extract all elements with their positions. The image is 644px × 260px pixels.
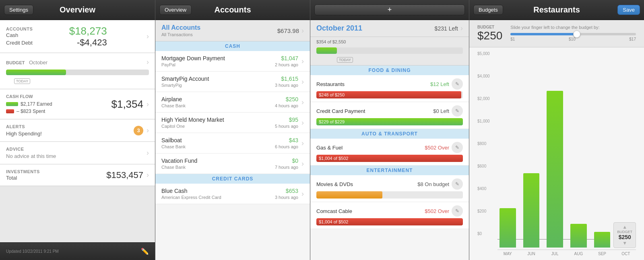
account-sub: Chase Bank <box>161 144 186 149</box>
budget-item-fill: $1,004 of $502 <box>316 218 463 225</box>
budget-down-arrow[interactable]: ▼ <box>622 240 627 246</box>
budget-bar-text: $1,004 of $502 <box>319 156 348 161</box>
budget-item-fill <box>316 191 382 199</box>
budget-item-bar: $248 of $250 <box>316 91 463 98</box>
all-accounts-item[interactable]: All Accounts All Transactions $673.98 › <box>155 20 310 41</box>
account-amount: $1,615 <box>275 76 298 82</box>
account-time: 6 hours ago <box>275 144 298 149</box>
investments-section[interactable]: INVESTMENTS Total $153,457 › <box>0 164 155 186</box>
today-marker: TODAY <box>14 78 30 84</box>
budget-indicator-amount: $250 <box>619 234 631 240</box>
account-time: 2 hours ago <box>275 62 298 67</box>
account-item-cash-1[interactable]: SmartyPig Account SmartyPig $1,615 3 hou… <box>155 72 310 92</box>
edit-budget-icon[interactable]: ✎ <box>452 142 463 153</box>
edit-budget-icon[interactable]: ✎ <box>452 205 463 217</box>
slider-instruction: Slide your finger left to change the bud… <box>510 25 636 30</box>
overview-title: Overview <box>60 5 95 14</box>
chart-canvas <box>497 51 636 250</box>
y-label-4000: $4,000 <box>477 74 490 78</box>
account-amount: $43 <box>275 137 298 143</box>
alerts-section[interactable]: ALERTS High Spending! 3 › <box>0 119 155 142</box>
settings-button[interactable]: Settings <box>4 5 33 15</box>
accounts-overview-button[interactable]: Overview <box>159 5 192 15</box>
account-amount: $653 <box>275 188 298 194</box>
budget-indicator-label: BUDGET <box>617 230 632 234</box>
budgets-content: October 2011 $231 Left › $354 of $2,550 … <box>310 20 469 260</box>
bar-fill-sep <box>594 232 611 248</box>
cashflow-spent-bar <box>6 109 14 113</box>
budget-bar-text: $229 of $229 <box>319 119 345 124</box>
slider-fill <box>510 33 579 35</box>
account-item-cash-3[interactable]: High Yield Money Market Capitol One $95 … <box>155 113 310 133</box>
x-label-aug: AUG <box>568 252 589 256</box>
chart-bar-jul <box>545 51 565 248</box>
account-time: 4 hours ago <box>275 103 298 108</box>
budget-item-status: $502 Over <box>425 145 449 151</box>
account-item-cash-5[interactable]: Vacation Fund Chase Bank $0 7 hours ago … <box>155 154 310 174</box>
edit-budget-icon[interactable]: ✎ <box>452 105 463 117</box>
accounts-section: ACCOUNTS Cash Credit Debt $18,273 -$4,42… <box>0 20 155 53</box>
account-time: 3 hours ago <box>275 83 298 88</box>
credit-amount: -$4,423 <box>69 37 107 48</box>
panel-budgets: Overview Budgets + October 2011 $231 Lef… <box>310 0 469 260</box>
account-item-credit-0[interactable]: Blue Cash American Express Credit Card $… <box>155 184 310 204</box>
account-arrow-icon: › <box>301 190 304 198</box>
bottom-bar-timestamp: Updated 10/22/2011 9:21 PM <box>6 249 59 254</box>
cash-section-divider: CASH <box>155 41 310 51</box>
budget-item-0: Movies & DVDs $8 On budget ✎ <box>310 175 469 202</box>
budget-progress-bar <box>6 70 149 75</box>
cashflow-arrow-icon: › <box>147 100 149 109</box>
account-item-cash-2[interactable]: Airplane Chase Bank $250 4 hours ago › <box>155 92 310 113</box>
budget-up-arrow[interactable]: ▲ <box>622 224 627 230</box>
alerts-badge: 3 <box>134 126 143 135</box>
account-arrow-icon: › <box>301 139 304 147</box>
account-name: SmartyPig Account <box>161 76 209 82</box>
account-arrow-icon: › <box>301 57 304 66</box>
edit-icon[interactable]: ✏️ <box>141 248 149 255</box>
budget-oct-header: October 2011 $231 Left › <box>310 20 469 37</box>
restaurants-content: BUDGET $250 Slide your finger left to ch… <box>469 20 644 260</box>
budget-item-name: Movies & DVDs <box>316 181 353 187</box>
y-label-200: $200 <box>477 209 490 213</box>
x-label-jun: JUN <box>521 252 542 256</box>
chart-bar-sep <box>592 51 613 248</box>
entertainment-items-list: Movies & DVDs $8 On budget ✎ Comcast Cab… <box>310 175 469 229</box>
account-amount: $0 <box>275 158 298 164</box>
account-name: Airplane <box>161 96 186 102</box>
save-button[interactable]: Save <box>617 5 640 15</box>
add-budget-button[interactable]: + <box>314 4 465 15</box>
edit-budget-icon[interactable]: ✎ <box>452 78 463 90</box>
advice-arrow-icon: › <box>147 149 149 157</box>
chart-bar-may <box>497 51 518 248</box>
cash-label: Cash <box>6 32 18 38</box>
budget-item-0: Restaurants $12 Left ✎ $248 of $250 <box>310 75 469 102</box>
bar-fill-may <box>500 208 516 248</box>
x-label-sep: SEP <box>592 252 613 256</box>
credit-section-divider: CREDIT CARDS <box>155 174 310 184</box>
x-label-may: MAY <box>497 252 518 256</box>
slider-track[interactable] <box>510 33 636 35</box>
panel-accounts: Overview Accounts All Accounts All Trans… <box>155 0 310 260</box>
cash-amount: $18,273 <box>69 25 107 37</box>
x-label-jul: JUL <box>545 252 565 256</box>
accounts-label: ACCOUNTS <box>6 27 33 31</box>
auto-section-header: AUTO & TRANSPORT <box>310 129 469 139</box>
budget-bar-text: $248 of $250 <box>319 92 345 97</box>
restaurants-header: Budgets Restaurants Save <box>469 0 644 20</box>
account-time: 7 hours ago <box>275 165 298 170</box>
account-name: Sailboat <box>161 137 186 143</box>
chart-x-labels: MAYJUNJULAUGSEPOCT <box>497 250 636 256</box>
budget-item-bar: $1,004 of $502 <box>316 155 463 162</box>
all-accounts-sub: All Transactions <box>161 32 200 37</box>
bar-fill-jul <box>547 91 563 248</box>
budget-item-1: Comcast Cable $502 Over ✎ $1,004 of $502 <box>310 202 469 229</box>
advice-label: ADVICE <box>6 147 56 151</box>
cashflow-section: CASH FLOW $2,177 Earned – $823 Spent $1,… <box>0 89 155 119</box>
account-arrow-icon: › <box>301 160 304 168</box>
restaurants-budgets-button[interactable]: Budgets <box>473 5 503 15</box>
bar-fill-jun <box>523 173 540 248</box>
accounts-header: Overview Accounts <box>155 0 310 20</box>
account-item-cash-4[interactable]: Sailboat Chase Bank $43 6 hours ago › <box>155 133 310 154</box>
edit-budget-icon[interactable]: ✎ <box>452 178 463 190</box>
account-item-cash-0[interactable]: Mortgage Down Payment PayPal $1,047 2 ho… <box>155 51 310 72</box>
